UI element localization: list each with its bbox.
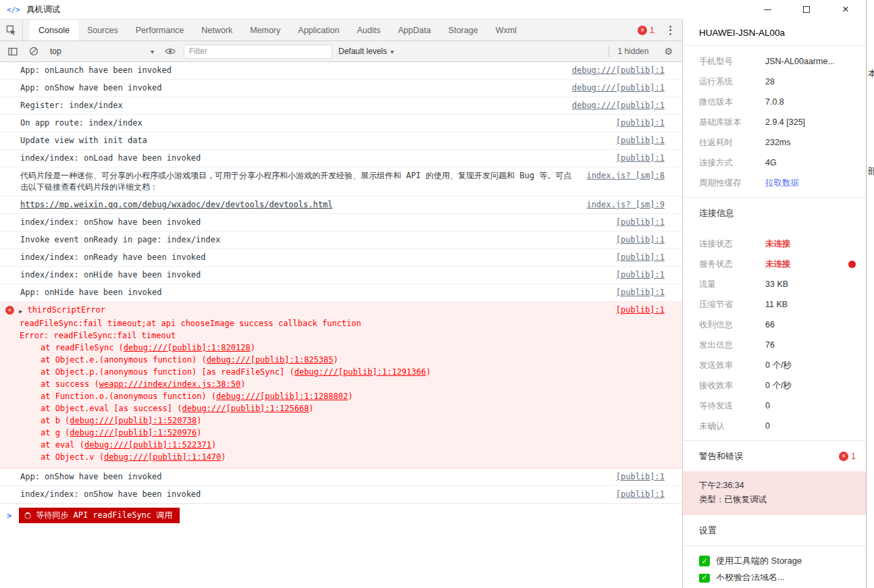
device-info-row: 基础库版本2.9.4 [325] (683, 112, 867, 132)
console-source-link[interactable]: [publib]:1 (616, 489, 665, 500)
info-value: 66 (765, 319, 856, 331)
console-link-message[interactable]: https://mp.weixin.qq.com/debug/wxadoc/de… (20, 199, 574, 211)
console-source-link[interactable]: [publib]:1 (616, 117, 665, 129)
stack-source-link[interactable]: debug:///[publib]:1:522371 (84, 440, 211, 450)
expand-triangle-icon[interactable]: ▶ (19, 306, 22, 317)
filter-input[interactable] (184, 45, 332, 59)
console-prompt[interactable]: > 等待同步 API readFileSync 调用 (0, 504, 682, 527)
stack-source-link[interactable]: debug:///[publib]:1:1288802 (216, 392, 348, 401)
tab-performance[interactable]: Performance (127, 20, 193, 41)
info-label: 流量 (699, 278, 765, 290)
settings-checkbox-row[interactable]: ✓使用工具端的 Storage (683, 546, 867, 574)
console-source-link[interactable]: [publib]:1 (616, 135, 665, 146)
device-info-row: 连接方式4G (683, 153, 867, 173)
stack-source-link[interactable]: debug:///[publib]:1:520976 (70, 428, 197, 437)
minimize-button[interactable] (763, 5, 772, 14)
maximize-button[interactable] (802, 5, 811, 14)
close-button[interactable]: × (841, 5, 850, 14)
section-title: 连接信息 (699, 207, 734, 219)
error-title: thirdScriptError (27, 304, 603, 316)
stack-source-link[interactable]: debug:///[publib]:1:520738 (70, 416, 197, 425)
log-level-value: Default levels (338, 47, 387, 56)
console-message: App: onShow have been invoked (20, 82, 560, 94)
tab-application[interactable]: Application (289, 20, 348, 41)
checkbox-icon[interactable]: ✓ (699, 574, 710, 583)
inspect-element-icon[interactable] (0, 20, 23, 41)
console-sidebar-icon[interactable] (5, 44, 20, 59)
info-value-link[interactable]: 拉取数据 (765, 177, 856, 189)
eye-icon[interactable] (163, 44, 178, 59)
more-options-icon[interactable] (664, 23, 677, 38)
console-source-link[interactable]: debug:///[publib]:1 (572, 100, 665, 111)
error-count-badge[interactable]: × 1 (638, 26, 654, 35)
console-source-link[interactable]: [publib]:1 (616, 304, 665, 316)
tab-audits[interactable]: Audits (348, 20, 389, 41)
console-toolbar: top ▾ Default levels ▾ 1 hidden ⚙ (0, 41, 682, 62)
console-source-link[interactable]: index.js? [sm]:9 (586, 199, 665, 211)
info-label: 基础库版本 (699, 116, 765, 128)
tab-console[interactable]: Console (30, 20, 78, 41)
console-source-link[interactable]: debug:///[publib]:1 (572, 82, 665, 94)
info-label: 连接方式 (699, 157, 765, 169)
settings-checkbox-row[interactable]: ✓不校验合法域名... (683, 574, 867, 584)
info-value: 0 (765, 400, 856, 412)
tab-sources[interactable]: Sources (78, 20, 127, 41)
info-value: 28 (765, 76, 856, 88)
console-source-link[interactable]: [publib]:1 (616, 269, 665, 281)
console-message: index/index: onLoad have been invoked (20, 153, 604, 164)
stack-source-link[interactable]: debug:///[publib]:1:820128 (124, 343, 251, 352)
error-stack: at readFileSync (debug:///[publib]:1:820… (5, 342, 665, 463)
info-label: 发出信息 (699, 339, 765, 351)
console-source-link[interactable]: [publib]:1 (616, 217, 665, 228)
settings-gear-icon[interactable]: ⚙ (663, 46, 677, 57)
clear-console-icon[interactable] (26, 44, 41, 59)
console-source-link[interactable]: index.js? [sm]:8 (586, 170, 665, 182)
warning-count: 1 (851, 452, 856, 461)
warning-time: 下午2:36:34 (699, 479, 856, 493)
checkbox-icon[interactable]: ✓ (699, 556, 710, 566)
title-bar: </> 真机调试 × (0, 0, 867, 19)
context-selector-dropdown[interactable]: top ▾ (47, 45, 157, 57)
tab-memory[interactable]: Memory (241, 20, 289, 41)
stack-source-link[interactable]: debug:///[publib]:1:125668 (182, 404, 309, 413)
console-source-link[interactable]: debug:///[publib]:1 (572, 65, 665, 76)
info-label: 发送效率 (699, 359, 765, 371)
info-label: 服务状态 (699, 258, 765, 270)
background-window-fragment: 部 (868, 165, 874, 178)
hidden-messages-count[interactable]: 1 hidden (609, 46, 657, 57)
console-source-link[interactable]: [publib]:1 (616, 252, 665, 263)
main-area: ConsoleSourcesPerformanceNetworkMemoryAp… (0, 19, 867, 588)
stack-source-link[interactable]: debug:///[publib]:1:1291366 (294, 367, 426, 377)
stack-source-link[interactable]: weapp:///index/index.js:38:50 (99, 379, 241, 389)
stack-frame: at Object.p.(anonymous function) [as rea… (41, 366, 665, 378)
sync-wait-badge: 等待同步 API readFileSync 调用 (19, 508, 180, 523)
tab-wxml[interactable]: Wxml (487, 20, 525, 41)
console-row: 代码片段是一种迷你、可分享的小程序或小游戏项目，可用于分享小程序和小游戏的开发经… (0, 167, 682, 196)
tab-network[interactable]: Network (192, 20, 241, 41)
remote-debug-window: </> 真机调试 × ConsoleSourcesPerformanceNetw… (0, 0, 867, 588)
section-title: 警告和错误 (699, 450, 743, 462)
info-value: 4G (765, 157, 856, 169)
stack-source-link[interactable]: debug:///[publib]:1:825385 (207, 355, 334, 365)
error-header[interactable]: × ▶ thirdScriptError [publib]:1 (5, 304, 665, 317)
console-source-link[interactable]: [publib]:1 (616, 153, 665, 164)
tab-storage[interactable]: Storage (440, 20, 487, 41)
info-value: 0 个/秒 (765, 359, 856, 371)
info-label: 运行系统 (699, 76, 765, 88)
console-source-link[interactable]: [publib]:1 (616, 234, 665, 246)
devtools-pane: ConsoleSourcesPerformanceNetworkMemoryAp… (0, 19, 682, 588)
warning-entry[interactable]: 下午2:36:34 类型：已恢复调试 (683, 471, 867, 514)
stack-frame: at Object.v (debug:///[publib]:1:1470) (41, 451, 665, 463)
error-circle-icon: × (5, 306, 14, 315)
console-message: App: onHide have been invoked (20, 287, 604, 298)
log-level-dropdown[interactable]: Default levels ▾ (338, 47, 394, 56)
info-value: 未连接 (765, 238, 856, 250)
console-row: index/index: onShow have been invoked[pu… (0, 214, 682, 232)
info-value: 未连接 (765, 258, 843, 270)
device-info-row: 未确认0 (683, 416, 867, 436)
tab-appdata[interactable]: AppData (389, 20, 440, 41)
inspect-cursor-icon (6, 25, 16, 35)
console-source-link[interactable]: [publib]:1 (616, 287, 665, 298)
console-source-link[interactable]: [publib]:1 (616, 471, 665, 483)
stack-source-link[interactable]: debug:///[publib]:1:1470 (104, 452, 221, 462)
